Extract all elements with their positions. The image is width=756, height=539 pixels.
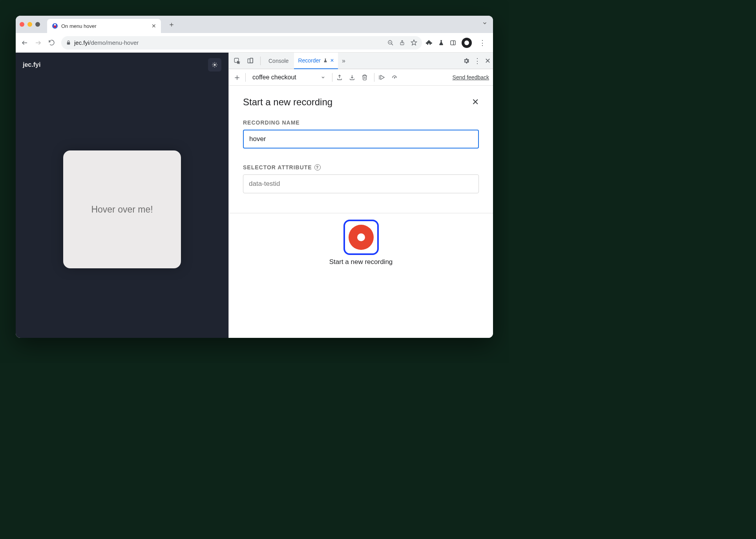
svg-rect-11	[451, 40, 455, 45]
svg-rect-5	[67, 42, 70, 44]
share-icon[interactable]	[399, 40, 405, 46]
chevron-down-icon	[321, 75, 325, 80]
address-bar[interactable]: jec.fyi/demo/menu-hover	[61, 36, 422, 50]
recording-select-value: coffee checkout	[252, 74, 296, 81]
svg-rect-24	[250, 58, 253, 63]
panel-title: Start a new recording	[243, 97, 332, 108]
svg-line-18	[213, 63, 213, 63]
omnibox-actions	[387, 39, 417, 46]
page-viewport: jec.fyi Hover over me!	[16, 53, 228, 338]
help-icon[interactable]: ?	[314, 164, 321, 170]
panel-close-button[interactable]: ✕	[472, 97, 479, 107]
recording-select[interactable]: coffee checkout	[250, 72, 328, 83]
page-header: jec.fyi	[16, 53, 228, 77]
address-bar-row: jec.fyi/demo/menu-hover ⋮	[16, 33, 493, 53]
add-recording-button[interactable]: ＋	[233, 72, 241, 83]
flask-icon	[323, 58, 328, 63]
browser-window: On menu hover ✕ ＋ jec.fyi/demo/menu-hove…	[16, 16, 493, 338]
recording-name-label: RECORDING NAME	[243, 119, 479, 126]
svg-point-29	[394, 77, 395, 78]
minimize-window-button[interactable]	[27, 22, 32, 27]
svg-marker-27	[381, 75, 384, 79]
send-feedback-link[interactable]: Send feedback	[453, 74, 489, 81]
svg-line-20	[213, 66, 213, 66]
gear-icon[interactable]	[463, 57, 470, 64]
content-row: jec.fyi Hover over me! Console	[16, 53, 493, 338]
svg-point-2	[54, 24, 56, 26]
svg-line-21	[216, 63, 216, 63]
close-recorder-tab[interactable]: ✕	[330, 58, 334, 63]
bookmark-icon[interactable]	[411, 39, 417, 46]
record-icon	[349, 225, 374, 250]
back-button[interactable]	[19, 37, 31, 49]
extensions-icon[interactable]	[426, 39, 433, 46]
devtools-close-button[interactable]: ✕	[485, 57, 491, 65]
svg-line-7	[391, 44, 393, 45]
forward-button[interactable]	[32, 37, 44, 49]
svg-marker-10	[411, 40, 416, 45]
browser-tab[interactable]: On menu hover ✕	[47, 19, 161, 33]
recording-name-input[interactable]	[243, 130, 479, 148]
recorder-footer: Start a new recording	[229, 213, 493, 275]
svg-rect-1	[54, 26, 56, 28]
window-controls	[20, 22, 40, 27]
site-logo[interactable]: jec.fyi	[23, 61, 40, 68]
zoom-out-icon[interactable]	[387, 40, 394, 46]
tab-console[interactable]: Console	[265, 53, 292, 69]
recorder-body: Start a new recording ✕ RECORDING NAME S…	[229, 86, 493, 338]
tab-title: On menu hover	[61, 23, 148, 29]
delete-icon[interactable]	[362, 74, 370, 81]
reload-button[interactable]	[46, 37, 57, 49]
url-text: jec.fyi/demo/menu-hover	[74, 39, 139, 46]
recorder-toolbar: ＋ coffee checkout Send feedback	[229, 69, 493, 86]
hover-card-text: Hover over me!	[91, 204, 153, 215]
chevron-down-icon[interactable]	[482, 20, 488, 26]
favicon-icon	[52, 23, 58, 29]
devtools-tab-bar: Console Recorder ✕ » ⋮ ✕	[229, 53, 493, 69]
close-window-button[interactable]	[20, 22, 24, 27]
export-icon[interactable]	[336, 74, 345, 81]
close-tab-button[interactable]: ✕	[152, 23, 156, 29]
panel-icon[interactable]	[450, 40, 456, 46]
labs-icon[interactable]	[438, 40, 444, 46]
inspect-element-button[interactable]	[231, 55, 243, 67]
browser-menu-button[interactable]: ⋮	[477, 38, 488, 47]
start-recording-button[interactable]	[343, 220, 379, 255]
theme-toggle-button[interactable]	[208, 58, 221, 72]
device-toolbar-button[interactable]	[245, 55, 256, 67]
replay-icon[interactable]	[378, 74, 387, 81]
selector-attribute-label: SELECTOR ATTRIBUTE ?	[243, 164, 479, 170]
hover-card[interactable]: Hover over me!	[63, 150, 181, 268]
devtools-panel: Console Recorder ✕ » ⋮ ✕ ＋	[228, 53, 493, 338]
maximize-window-button[interactable]	[35, 22, 40, 27]
devtools-menu-button[interactable]: ⋮	[474, 57, 481, 65]
tab-strip: On menu hover ✕ ＋	[16, 16, 493, 33]
lock-icon	[66, 40, 71, 45]
browser-toolbar-icons: ⋮	[426, 38, 490, 48]
selector-attribute-input[interactable]	[243, 174, 479, 193]
slow-replay-icon[interactable]	[391, 74, 400, 81]
svg-point-13	[214, 64, 215, 66]
start-recording-label: Start a new recording	[329, 258, 393, 266]
profile-avatar[interactable]	[462, 38, 472, 48]
svg-line-19	[216, 66, 216, 66]
more-tabs-button[interactable]: »	[340, 57, 348, 64]
import-icon[interactable]	[349, 74, 358, 81]
tab-recorder[interactable]: Recorder ✕	[294, 53, 338, 69]
new-tab-button[interactable]: ＋	[165, 18, 178, 31]
